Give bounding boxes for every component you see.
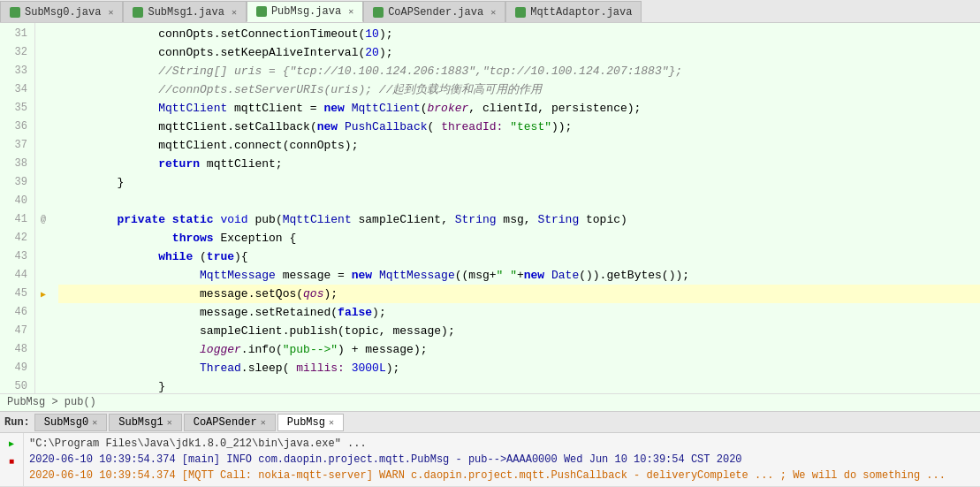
tab-close-coapsender[interactable]: ✕ [490,7,496,18]
code-line-36: mqttClient.setCallback(new PushCallback(… [58,118,980,136]
play-button[interactable]: ▶ [4,436,19,452]
console-header-line: "C:\Program Files\Java\jdk1.8.0_212\bin\… [29,436,975,452]
tab-bar: SubMsg0.java ✕ SubMsg1.java ✕ PubMsg.jav… [0,0,980,23]
console-line-1: 2020-06-10 10:39:54.374 [main] INFO com.… [29,452,975,468]
run-tab-close-submsg1[interactable]: ✕ [167,417,172,428]
code-line-37: mqttClient.connect(connOpts); [58,136,980,155]
run-tab-pubmsg[interactable]: PubMsg ✕ [277,414,344,431]
console-controls: ▶ ■ [0,433,24,486]
code-line-44: MqttMessage message = new MqttMessage((m… [58,266,980,285]
console-output: "C:\Program Files\Java\jdk1.8.0_212\bin\… [24,433,980,486]
breadcrumb-text: PubMsg > pub() [7,396,96,408]
tab-submsg1[interactable]: SubMsg1.java ✕ [123,1,246,22]
tab-label-mqttadaptor: MqttAdaptor.java [530,6,632,19]
editor-container: 31 32 33 34 35 36 37 38 39 40 41 42 43 4… [0,23,980,487]
run-label: Run: [4,416,30,429]
tab-submsg0[interactable]: SubMsg0.java ✕ [0,1,123,22]
line-numbers: 31 32 33 34 35 36 37 38 39 40 41 42 43 4… [0,23,35,393]
run-tab-submsg0[interactable]: SubMsg0 ✕ [34,414,107,431]
code-line-45: message.setQos(qos); [58,285,980,303]
run-tab-close-submsg0[interactable]: ✕ [92,417,97,428]
run-tab-label-submsg0: SubMsg0 [44,416,88,429]
java-file-icon [10,7,20,18]
code-line-49: Thread.sleep( millis: 3000L); [58,359,980,377]
bottom-panel: Run: SubMsg0 ✕ SubMsg1 ✕ CoAPSender ✕ Pu… [0,411,980,487]
console-line-2: 2020-06-10 10:39:54.374 [MQTT Call: noki… [29,468,975,483]
code-line-42: throws Exception { [58,229,980,247]
editor-main: 31 32 33 34 35 36 37 38 39 40 41 42 43 4… [0,23,980,393]
code-line-47: sampleClient.publish(topic, message); [58,322,980,340]
run-tab-label-coapsender: CoAPSender [194,416,257,429]
run-tab-label-submsg1: SubMsg1 [118,416,163,429]
run-tab-submsg1[interactable]: SubMsg1 ✕ [109,414,181,431]
code-line-39: } [58,173,980,192]
tab-mqttadaptor[interactable]: MqttAdaptor.java [505,1,642,22]
tab-label-pubmsg: PubMsg.java [271,5,341,18]
run-tab-close-pubmsg[interactable]: ✕ [329,417,334,428]
tab-label-submsg1: SubMsg1.java [148,6,224,19]
code-line-38: return mqttClient; [58,155,980,173]
tab-close-pubmsg[interactable]: ✕ [348,6,353,17]
java-file-icon [515,7,526,18]
code-line-34: //connOpts.setServerURIs(uris); //起到负载均衡… [58,80,980,99]
code-line-35: MqttClient mqttClient = new MqttClient(b… [58,99,980,118]
tab-label-submsg0: SubMsg0.java [25,6,101,19]
stop-button[interactable]: ■ [4,453,19,469]
run-tab-label-pubmsg: PubMsg [287,416,325,429]
breadcrumb: PubMsg > pub() [0,393,980,411]
tab-close-submsg0[interactable]: ✕ [108,7,113,18]
java-file-icon [133,7,143,18]
code-area[interactable]: connOpts.setConnectionTimeout(10); connO… [51,23,980,393]
run-tab-coapsender[interactable]: CoAPSender ✕ [184,414,276,431]
tab-close-submsg1[interactable]: ✕ [232,7,237,18]
tab-pubmsg[interactable]: PubMsg.java ✕ [247,1,363,22]
code-line-43: while (true){ [58,247,980,266]
gutter: @ ▶ [35,23,51,393]
tab-label-coapsender: CoAPSender.java [388,6,483,19]
code-line-32: connOpts.setKeepAliveInterval(20); [58,43,980,62]
java-file-icon [256,6,267,17]
run-tab-bar: Run: SubMsg0 ✕ SubMsg1 ✕ CoAPSender ✕ Pu… [0,412,980,433]
code-line-50: } [58,377,980,393]
code-line-48: logger.info("pub-->") + message); [58,340,980,359]
code-line-40 [58,192,980,210]
java-file-icon [373,7,384,18]
run-tab-close-coapsender[interactable]: ✕ [261,417,266,428]
code-line-41: private static void pub(MqttClient sampl… [58,210,980,229]
console-toolbar: ▶ ■ "C:\Program Files\Java\jdk1.8.0_212\… [0,433,980,487]
code-line-46: message.setRetained(false); [58,303,980,322]
code-line-31: connOpts.setConnectionTimeout(10); [58,25,980,43]
tab-coapsender[interactable]: CoAPSender.java ✕ [363,1,505,22]
code-line-33: //String[] uris = {"tcp://10.100.124.206… [58,62,980,80]
